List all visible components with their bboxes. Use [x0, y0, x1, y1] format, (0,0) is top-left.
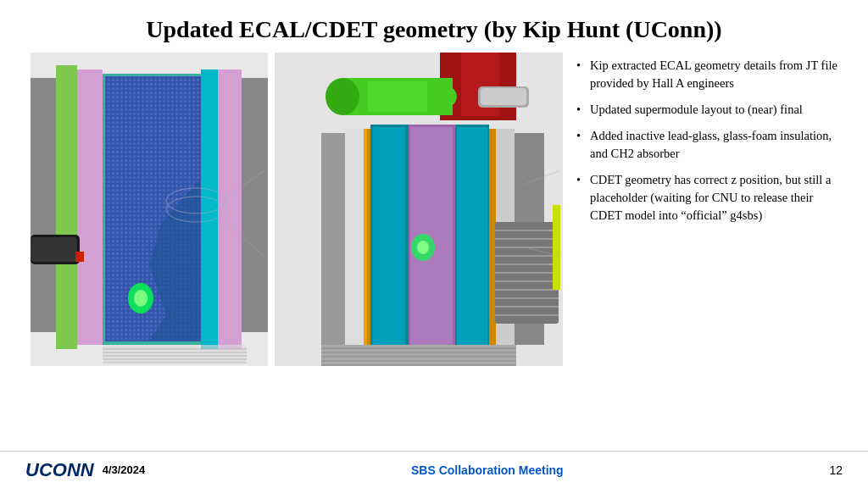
- svg-rect-4: [77, 69, 103, 345]
- svg-point-72: [417, 241, 429, 254]
- svg-rect-45: [373, 127, 405, 351]
- svg-rect-50: [489, 129, 496, 349]
- svg-rect-3: [56, 65, 77, 349]
- svg-rect-39: [481, 88, 526, 105]
- diagram-right: [275, 53, 563, 366]
- svg-point-36: [326, 78, 359, 115]
- svg-rect-1: [31, 78, 56, 332]
- content-area: Kip extracted ECAL geometry details from…: [25, 53, 843, 366]
- svg-rect-73: [553, 205, 560, 290]
- svg-rect-49: [457, 127, 487, 351]
- images-area: [25, 53, 568, 366]
- svg-rect-43: [364, 129, 367, 349]
- svg-rect-21: [75, 252, 84, 262]
- footer-page: 12: [829, 463, 843, 477]
- footer-left: UCONN 4/3/2024: [25, 459, 145, 481]
- svg-rect-15: [218, 69, 242, 349]
- bullet-item: Added inactive lead-glass, glass-foam in…: [576, 127, 843, 163]
- svg-rect-41: [345, 129, 364, 349]
- svg-rect-40: [321, 133, 345, 345]
- svg-rect-14: [201, 69, 218, 349]
- svg-point-13: [134, 290, 147, 307]
- svg-rect-20: [31, 237, 77, 262]
- svg-rect-16: [242, 78, 268, 332]
- diagram-left: [31, 53, 268, 366]
- bullet-list: Kip extracted ECAL geometry details from…: [576, 53, 843, 233]
- bullet-item: Kip extracted ECAL geometry details from…: [576, 57, 843, 92]
- slide: Updated ECAL/CDET geometry (by Kip Hunt …: [0, 0, 868, 488]
- footer-date: 4/3/2024: [103, 463, 146, 476]
- bullet-item: CDET geometry has correct z position, bu…: [576, 171, 843, 225]
- footer: UCONN 4/3/2024 SBS Collaboration Meeting…: [0, 451, 868, 488]
- bullet-item: Updated supermodule layout to (near) fin…: [576, 101, 843, 119]
- slide-title: Updated ECAL/CDET geometry (by Kip Hunt …: [25, 15, 843, 44]
- uconn-logo: UCONN: [25, 459, 94, 481]
- footer-meeting: SBS Collaboration Meeting: [411, 463, 564, 477]
- svg-rect-37: [368, 81, 427, 112]
